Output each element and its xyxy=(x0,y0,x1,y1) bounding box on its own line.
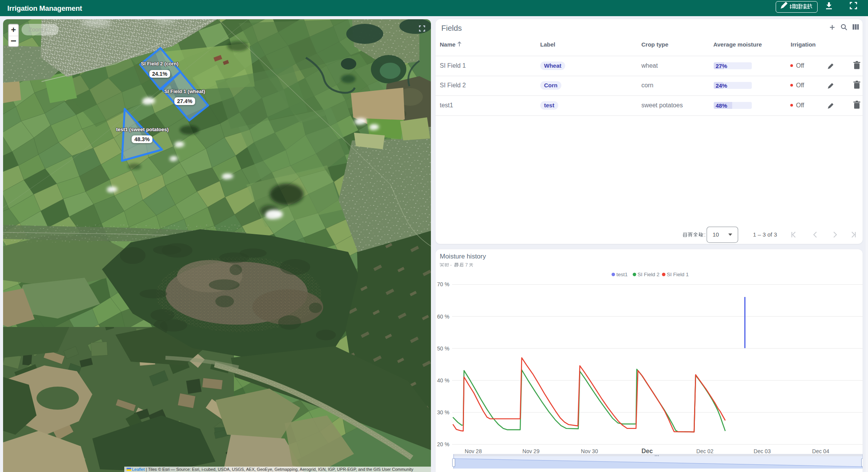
svg-text:Nov 28: Nov 28 xyxy=(465,448,482,454)
svg-text:Nov 30: Nov 30 xyxy=(581,448,598,454)
svg-text:1 – 3 of 3: 1 – 3 of 3 xyxy=(753,231,777,238)
svg-text:SI Field 1: SI Field 1 xyxy=(667,272,689,277)
svg-text:test1: test1 xyxy=(616,272,628,277)
svg-text:10: 10 xyxy=(713,231,719,238)
svg-text:Dec 04: Dec 04 xyxy=(812,448,830,454)
svg-text:7: 7 xyxy=(465,262,468,268)
svg-text:SI Field 2: SI Field 2 xyxy=(638,272,659,277)
svg-text:-: - xyxy=(450,262,452,268)
svg-text:60 %: 60 % xyxy=(437,314,449,320)
svg-text:30 %: 30 % xyxy=(437,409,449,415)
svg-text:Dec 03: Dec 03 xyxy=(754,448,771,454)
svg-text:20 %: 20 % xyxy=(437,441,449,447)
svg-text:40 %: 40 % xyxy=(437,377,449,384)
svg-text:70 %: 70 % xyxy=(437,281,449,287)
svg-text::: : xyxy=(704,232,706,238)
svg-text:Dec: Dec xyxy=(641,448,653,454)
svg-text:Dec 02: Dec 02 xyxy=(696,448,714,454)
svg-text:Nov 29: Nov 29 xyxy=(522,448,540,454)
svg-text:50 %: 50 % xyxy=(437,345,449,352)
